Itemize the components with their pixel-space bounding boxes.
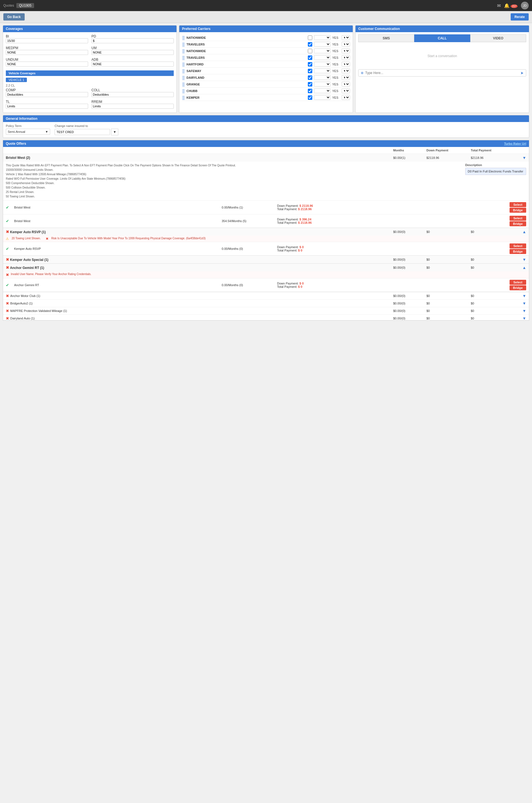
tl-select[interactable]: Limits xyxy=(6,104,88,109)
note-4: Rated W/O Full Permissive User Coverage.… xyxy=(6,177,462,181)
carrier-kemper-special: ✖ Kemper Auto Special (1) $0.00/(0) $0 $… xyxy=(3,256,529,264)
bi-select[interactable]: 15/30 xyxy=(6,38,88,43)
kemper-sub1-buttons: Select Bridge xyxy=(484,243,526,254)
mail-icon[interactable]: ✉ xyxy=(497,3,501,8)
carrier-select-3[interactable] xyxy=(314,55,330,60)
collapsed-expand-0[interactable]: ▼ xyxy=(515,294,526,298)
tab-call[interactable]: CALL xyxy=(414,34,470,42)
kemper-rsvp-total: $0 xyxy=(471,230,515,234)
anchor-sub1-select-button[interactable]: Select xyxy=(510,280,526,285)
carrier-yes-select-6[interactable]: ▼ xyxy=(342,75,350,80)
um-select[interactable]: NONE xyxy=(92,50,174,55)
carrier-check-5[interactable] xyxy=(308,69,312,73)
carrier-select-8[interactable] xyxy=(314,89,330,93)
anchor-error-text: Invalid User Name. Please Verify Your An… xyxy=(11,273,92,276)
description-label: Description xyxy=(465,163,526,167)
bristol-west-expand[interactable]: ▼ xyxy=(515,156,526,160)
plus-icon[interactable]: ⊕ xyxy=(361,71,363,75)
policy-term-chevron: ▼ xyxy=(45,130,48,133)
note-7: 25 Rental Limit Shown. xyxy=(6,190,462,194)
carrier-yes-select-2[interactable]: ▼ xyxy=(342,49,350,53)
carrier-check-2[interactable] xyxy=(308,49,312,53)
col-actions xyxy=(515,149,526,152)
note-2: 15000/30000 Uninsured Limits Shown. xyxy=(6,168,462,172)
carrier-select-1[interactable] xyxy=(314,42,330,47)
pd-select[interactable]: $ xyxy=(92,38,174,43)
rerate-button[interactable]: Rerate xyxy=(511,13,529,20)
carrier-check-3[interactable] xyxy=(308,55,312,60)
carrier-check-8[interactable] xyxy=(308,89,312,93)
carrier-check-6[interactable] xyxy=(308,75,312,80)
adb-select[interactable]: NONE xyxy=(92,61,174,67)
kemper-sub1-select-button[interactable]: Select xyxy=(510,243,526,249)
carrier-yes-select-7[interactable]: ▼ xyxy=(342,82,350,87)
tab-qu1905[interactable]: QU1905 xyxy=(16,3,34,8)
carrier-yes-select-5[interactable]: ▼ xyxy=(342,69,350,73)
carrier-select-5[interactable] xyxy=(314,69,330,73)
carrier-yes-select-1[interactable]: ▼ xyxy=(342,42,350,47)
vehicle1-badge[interactable]: VEHICLE 1 xyxy=(6,78,27,82)
carrier-check-1[interactable] xyxy=(308,42,312,47)
note-5: 500 Comprehensive Deductible Shown. xyxy=(6,181,462,185)
comm-body: SMS CALL VIDEO Start a conversation ⊕ ➤ xyxy=(356,32,529,79)
carrier-select-9[interactable] xyxy=(314,95,330,100)
pd-row: PD $ xyxy=(92,34,174,43)
carrier-yes-select-3[interactable]: ▼ xyxy=(342,55,350,60)
type-input[interactable] xyxy=(365,71,520,75)
bell-icon[interactable]: 🔔 157 xyxy=(504,3,518,8)
carrier-select-7[interactable] xyxy=(314,82,330,87)
carrier-yes-select-0[interactable]: ▼ xyxy=(342,35,350,40)
sub1-select-button[interactable]: Select xyxy=(510,202,526,207)
kemper-rsvp-expand[interactable]: ▲ xyxy=(515,230,526,234)
go-back-button[interactable]: Go Back xyxy=(3,13,25,20)
kemper-rsvp-warnings: ⚠ 20 Towing Limit Shown. ✖ Risk Is Unacc… xyxy=(3,236,529,242)
bristol-west-months: $0.00/(1) xyxy=(393,156,426,160)
policy-term-select[interactable]: Semi-Annual ▼ xyxy=(6,129,50,135)
medpm-select[interactable]: NONE xyxy=(6,50,88,55)
carrier-select-6[interactable] xyxy=(314,75,330,80)
carrier-check-7[interactable] xyxy=(308,82,312,87)
collapsed-expand-2[interactable]: ▼ xyxy=(515,309,526,313)
undum-select[interactable]: NONE xyxy=(6,61,88,67)
kemper-special-expand[interactable]: ▼ xyxy=(515,257,526,262)
anchor-sub1-name: Anchor Gemini RT xyxy=(14,284,222,287)
rreim-select[interactable]: Limits xyxy=(92,104,174,109)
carrier-check-9[interactable] xyxy=(308,95,312,100)
change-name-group: Change name insured to ▼ xyxy=(55,124,118,135)
main-content: Coverages BI 15/30 PD $ xyxy=(0,23,532,323)
carrier-yes-select-9[interactable]: ▼ xyxy=(342,95,350,100)
bristol-west-notes-text: This Quote Was Rated With An EFT Payment… xyxy=(6,163,462,199)
carrier-check-0[interactable] xyxy=(308,36,312,40)
turbo-rater-link[interactable]: Turbo Rater Url xyxy=(504,142,526,145)
kemper-sub1-bridge-button[interactable]: Bridge xyxy=(510,249,526,254)
sub2-bridge-button[interactable]: Bridge xyxy=(510,221,526,226)
collapsed-months-2: $0.00/(0) xyxy=(393,309,426,312)
carrier-select-4[interactable] xyxy=(314,62,330,67)
error-text2: Risk Is Unacceptable Due To Vehicle With… xyxy=(51,237,206,240)
avatar[interactable]: JD xyxy=(521,2,529,10)
anchor-gemini-main-row: ✖ Anchor Gemini RT (1) $0.00/(0) $0 $0 ▲ xyxy=(3,264,529,271)
sub1-bridge-button[interactable]: Bridge xyxy=(510,208,526,213)
collapsed-expand-1[interactable]: ▼ xyxy=(515,301,526,306)
collapsed-expand-3[interactable]: ▼ xyxy=(515,316,526,320)
change-name-input[interactable] xyxy=(55,129,110,135)
sub2-select-button[interactable]: Select xyxy=(510,216,526,221)
anchor-sub1-payment: Down Payment: $ 0Total Payment: $ 0 xyxy=(277,282,484,288)
anchor-sub1-bridge-button[interactable]: Bridge xyxy=(510,285,526,290)
carrier-icon-1: ⣿ xyxy=(182,42,185,47)
tab-video[interactable]: VIDEO xyxy=(470,34,526,42)
coll-select[interactable]: Deductibles xyxy=(92,92,174,97)
tab-sms[interactable]: SMS xyxy=(358,34,414,42)
comp-select[interactable]: Deductibles xyxy=(6,92,88,97)
carrier-select-2[interactable] xyxy=(314,49,330,53)
collapsed-total-2: $0 xyxy=(471,309,515,312)
rreim-row: RREIM Limits xyxy=(92,100,174,109)
send-icon[interactable]: ➤ xyxy=(520,71,524,75)
carrier-yes-select-8[interactable]: ▼ xyxy=(342,89,350,93)
carrier-check-4[interactable] xyxy=(308,62,312,67)
anchor-gemini-expand[interactable]: ▲ xyxy=(515,266,526,270)
carrier-yes-select-4[interactable]: ▼ xyxy=(342,62,350,67)
carrier-select-0[interactable] xyxy=(314,35,330,40)
pd-label: PD xyxy=(92,34,96,38)
preferred-carriers-header: Preferred Carriers xyxy=(179,25,353,32)
